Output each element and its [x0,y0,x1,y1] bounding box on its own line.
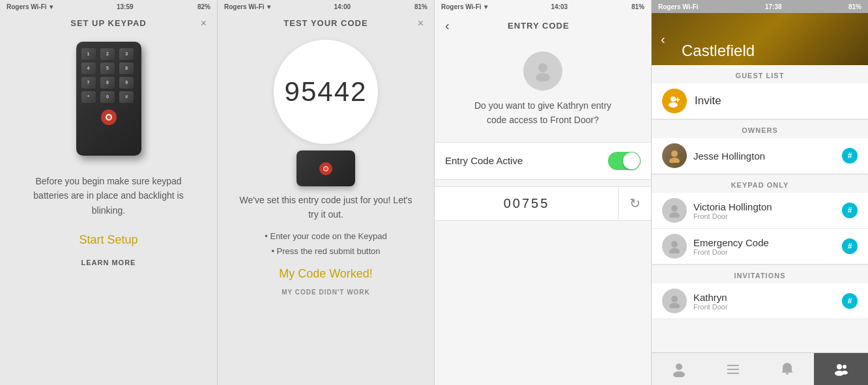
carrier-4: Rogers Wi-Fi [658,3,699,10]
svg-point-3 [669,102,678,107]
refresh-code-button[interactable]: ↻ [618,187,651,220]
tab-notification[interactable] [760,353,814,385]
status-bar-1: Rogers Wi-Fi ▾ 13:59 82% [0,0,217,13]
emergency-name: Emergency Code [693,237,842,248]
svg-point-20 [837,364,842,369]
list-tab-icon [725,362,741,377]
kathryn-name: Kathryn [693,292,842,303]
key-3[interactable]: 3 [119,48,134,60]
time-1: 13:59 [117,3,134,10]
tab-list[interactable] [706,353,760,385]
emergency-avatar-icon [667,239,682,253]
back-button-4[interactable]: ‹ [661,32,665,47]
emergency-info: Emergency Code Front Door [693,237,842,256]
carrier-1: Rogers Wi-Fi [7,3,47,10]
code-display-row: 00755 ↻ [435,186,651,221]
keypad-small-logo-inner [323,166,328,171]
panel1-description: Before you begin make sure keypad batter… [0,164,217,228]
kathryn-avatar [662,289,687,313]
time-4: 17:38 [765,3,782,10]
svg-point-23 [841,371,848,375]
svg-rect-16 [727,365,739,366]
close-button-2[interactable]: × [418,18,424,29]
key-0[interactable]: 0 [100,91,115,103]
section-title-invitations: INVITATIONS [652,265,868,283]
svg-point-14 [676,364,682,370]
victoria-name: Victoria Hollington [693,201,842,212]
status-right-3: 81% [631,3,644,10]
svg-rect-19 [786,373,788,375]
status-bar-3: Rogers Wi-Fi ▾ 14:03 81% [435,0,651,13]
panel3-header: ‹ ENTRY CODE [435,13,651,38]
back-button-3[interactable]: ‹ [445,18,450,33]
invite-kathryn[interactable]: Kathryn Front Door # [652,283,868,319]
close-button-1[interactable]: × [201,18,207,29]
keypad-grid: 1 2 3 4 5 6 7 8 9 * 0 # [81,48,136,103]
jesse-badge: # [842,148,858,164]
status-bar-4: Rogers Wi-Fi 17:38 81% [652,0,868,13]
jesse-info: Jesse Hollington [693,150,842,162]
code-worked-button[interactable]: My Code Worked! [218,259,434,289]
wifi-icon-2: ▾ [267,3,270,10]
svg-point-13 [669,303,680,308]
battery-3: 81% [631,3,644,10]
svg-point-12 [671,296,678,302]
learn-more-button[interactable]: LEARN MORE [0,252,217,273]
carrier-3: Rogers Wi-Fi [441,3,482,10]
person-avatar [523,51,562,91]
status-right-2: 81% [414,3,427,10]
hero-area: ‹ Castlefield [652,13,868,65]
kathryn-subtitle: Front Door [693,303,842,311]
victoria-info: Victoria Hollington Front Door [693,201,842,220]
keypad-small-logo [319,162,332,175]
svg-point-0 [538,63,547,72]
svg-point-6 [671,150,678,157]
status-left-2: Rogers Wi-Fi ▾ [224,3,270,10]
person-add-icon [668,94,681,107]
panel-test-code: Rogers Wi-Fi ▾ 14:00 81% TEST YOUR CODE … [217,0,434,385]
key-7[interactable]: 7 [81,77,96,89]
svg-point-10 [671,241,678,248]
time-2: 14:00 [334,3,351,10]
key-1[interactable]: 1 [81,48,96,60]
key-hash[interactable]: # [119,91,134,103]
keypad-device: 1 2 3 4 5 6 7 8 9 * 0 # [76,42,141,156]
code-didnt-work-button[interactable]: MY CODE DIDN'T WORK [218,289,434,301]
keypad-emergency[interactable]: Emergency Code Front Door # [652,229,868,264]
key-6[interactable]: 6 [119,63,134,74]
entry-code-label: Entry Code Active [445,155,523,166]
status-left-3: Rogers Wi-Fi ▾ [441,3,487,10]
victoria-avatar-icon [667,203,682,218]
section-title-guest-list: GUEST LIST [652,65,868,83]
key-4[interactable]: 4 [81,63,96,74]
panel-guest-list: Rogers Wi-Fi 17:38 81% ‹ Castlefield GUE… [651,0,868,385]
svg-point-7 [669,158,680,163]
key-8[interactable]: 8 [100,77,115,89]
entry-code-toggle[interactable] [608,152,641,170]
invite-label: Invite [695,94,721,107]
victoria-badge: # [842,203,858,218]
carrier-2: Rogers Wi-Fi [224,3,265,10]
section-title-keypad: KEYPAD ONLY [652,175,868,193]
svg-point-22 [843,365,846,369]
tab-profile[interactable] [652,353,706,385]
emergency-avatar [662,234,687,259]
battery-2: 81% [414,3,427,10]
key-5[interactable]: 5 [100,63,115,74]
start-setup-button[interactable]: Start Setup [0,228,217,252]
key-2[interactable]: 2 [100,48,115,60]
key-star[interactable]: * [81,91,96,103]
keypad-logo [101,109,117,125]
battery-4: 81% [848,3,861,10]
owner-jesse[interactable]: Jesse Hollington # [652,138,868,174]
emergency-subtitle: Front Door [693,248,842,256]
key-9[interactable]: 9 [119,77,134,89]
tab-guests[interactable] [814,353,868,385]
invite-button[interactable]: Invite [652,83,868,119]
code-circle: 95442 [274,40,378,144]
svg-point-1 [536,73,550,81]
keypad-victoria[interactable]: Victoria Hollington Front Door # [652,193,868,229]
bottom-tab-bar [652,352,868,385]
panel-setup-keypad: Rogers Wi-Fi ▾ 13:59 82% SET UP KEYPAD ×… [0,0,217,385]
invite-icon [662,89,687,113]
